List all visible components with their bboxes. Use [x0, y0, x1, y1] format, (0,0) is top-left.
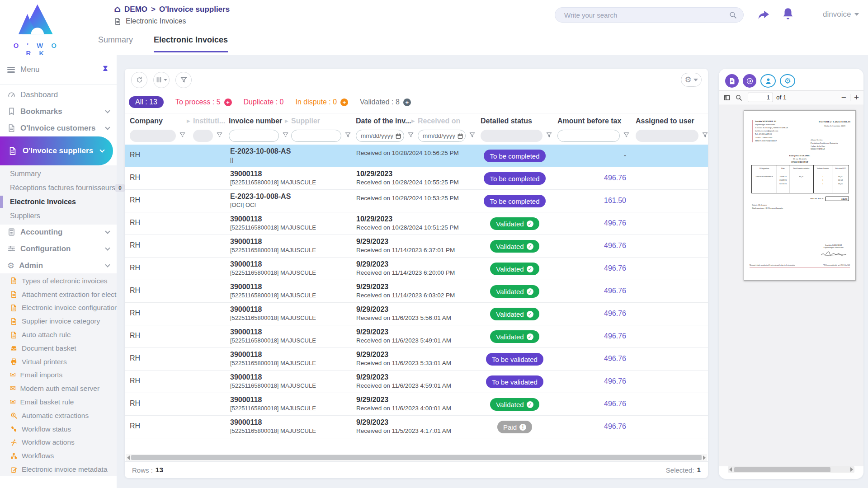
- table-row[interactable]: RH39000118[52251165800018] MAJUSCULE9/29…: [125, 393, 708, 416]
- page-number-input[interactable]: [748, 93, 773, 102]
- status-tab-to-process-5[interactable]: To process : 5+: [175, 98, 232, 106]
- column-header-date-of-the-inv[interactable]: Date of the inv...: [356, 117, 411, 125]
- funnel-icon[interactable]: [623, 131, 630, 138]
- zoom-out-button[interactable]: −: [841, 93, 846, 102]
- table-row[interactable]: RH39000118[52251165800018] MAJUSCULE9/29…: [125, 258, 708, 280]
- table-row[interactable]: RH39000118[52251165800018] MAJUSCULE9/29…: [125, 348, 708, 371]
- amount-link[interactable]: 496.76: [604, 355, 626, 362]
- sidebar-subitem-auto-attach-rule[interactable]: Auto attach rule: [0, 328, 117, 342]
- sidebar-subitem-electronic-invoice-configuration[interactable]: Electronic invoice configuration: [0, 301, 117, 315]
- filter-button[interactable]: [175, 72, 192, 88]
- zoom-in-button[interactable]: +: [854, 93, 859, 102]
- sort-arrow-icon[interactable]: ▶: [411, 118, 415, 123]
- funnel-icon[interactable]: [179, 131, 186, 138]
- funnel-icon[interactable]: [282, 131, 289, 138]
- amount-link[interactable]: 496.76: [604, 287, 626, 295]
- filter-assigned-to-user[interactable]: [636, 130, 698, 142]
- column-header-instituti[interactable]: Instituti...: [193, 117, 225, 125]
- viewer-horizontal-scrollbar[interactable]: [728, 466, 854, 473]
- sidebar-item-oinvoice-suppliers[interactable]: O'Invoice suppliers: [0, 136, 113, 165]
- status-tab-duplicate-0[interactable]: Duplicate : 0: [244, 98, 284, 106]
- table-settings-button[interactable]: ⚙: [681, 73, 702, 87]
- column-header-received-on[interactable]: Received on: [418, 117, 460, 125]
- filter-instituti[interactable]: [193, 130, 213, 142]
- column-header-assigned-to-user[interactable]: Assigned to user: [636, 117, 694, 125]
- sidebar-subitem-modern-auth-email-server[interactable]: ✉Modern auth email server: [0, 382, 117, 395]
- assign-user-button[interactable]: [760, 74, 776, 88]
- breadcrumb-section[interactable]: O'Invoice suppliers: [159, 5, 230, 14]
- column-header-amount-before-tax[interactable]: Amount before tax: [557, 117, 621, 125]
- funnel-icon[interactable]: [216, 131, 223, 138]
- sidebar-subitem-electronic-invoice-metadata[interactable]: Electronic invoice metadata: [0, 463, 117, 476]
- pdf-download-button[interactable]: [725, 74, 739, 88]
- funnel-icon[interactable]: [702, 131, 708, 138]
- amount-link[interactable]: 496.76: [604, 264, 626, 272]
- sidebar-subitem-automatic-extractions[interactable]: Automatic extractions: [0, 409, 117, 422]
- sidebar-item-o-invoice-customers[interactable]: O'Invoice customers: [0, 120, 117, 136]
- filter-invoice-number[interactable]: [229, 130, 279, 142]
- search-input[interactable]: [564, 11, 729, 19]
- amount-link[interactable]: 496.76: [604, 219, 626, 227]
- sidebar-subitem-types-of-electronic-invoices[interactable]: Types of electronic invoices: [0, 274, 117, 288]
- funnel-icon[interactable]: [407, 131, 414, 138]
- scroll-left-arrow[interactable]: [127, 455, 130, 460]
- sidebar-subitem-virtual-printers[interactable]: Virtual printers: [0, 355, 117, 369]
- sidebar-subitem-summary[interactable]: Summary: [0, 167, 117, 181]
- scroll-right-arrow[interactable]: [703, 455, 706, 460]
- search-icon[interactable]: [729, 11, 737, 19]
- hamburger-icon[interactable]: [7, 67, 15, 73]
- columns-button[interactable]: [153, 72, 170, 88]
- amount-link[interactable]: 496.76: [604, 332, 626, 340]
- table-row[interactable]: RH39000118[52251165800018] MAJUSCULE9/29…: [125, 303, 708, 325]
- sidebar-subitem-email-imports[interactable]: ✉Email imports: [0, 369, 117, 382]
- table-row[interactable]: RH39000118[52251165800018] MAJUSCULE10/2…: [125, 167, 708, 190]
- open-document-button[interactable]: [743, 74, 756, 88]
- sidebar-subitem-electronic-invoices[interactable]: Electronic Invoices: [0, 195, 117, 209]
- funnel-icon[interactable]: [344, 131, 351, 138]
- sort-arrow-icon[interactable]: ▶: [187, 118, 190, 123]
- sidebar-subitem-document-basket[interactable]: Document basket: [0, 342, 117, 355]
- sidebar-item-accounting[interactable]: Accounting: [0, 224, 117, 240]
- pdf-page-preview[interactable]: Laetitia WERNERT- EIPsychologue clinicie…: [744, 110, 856, 281]
- filter-supplier[interactable]: [291, 130, 341, 142]
- table-row[interactable]: RHE-2023-10-008-AS[OCI] OCIReceived on 1…: [125, 190, 708, 212]
- filter-date-date-of-the-inv[interactable]: mm/dd/yyyy: [356, 130, 404, 142]
- column-header-supplier[interactable]: Supplier: [291, 117, 320, 125]
- amount-link[interactable]: 496.76: [604, 400, 626, 408]
- sidebar-item-admin[interactable]: ⚙Admin: [0, 257, 117, 274]
- refresh-button[interactable]: [131, 72, 147, 88]
- sidebar-subitem-supplier-invoice-category[interactable]: Supplier invoice category: [0, 314, 117, 328]
- sidebar-item-bookmarks[interactable]: Bookmarks: [0, 103, 117, 120]
- home-icon[interactable]: ⌂: [114, 5, 121, 14]
- filter-company[interactable]: [130, 130, 176, 142]
- table-row[interactable]: RH39000118[52251165800018] MAJUSCULE9/29…: [125, 235, 708, 258]
- user-menu[interactable]: dinvoice: [823, 10, 859, 19]
- search-bar[interactable]: [555, 7, 744, 23]
- funnel-icon[interactable]: [546, 131, 552, 138]
- filter-amount-before-tax[interactable]: [557, 130, 620, 142]
- status-tab-all-13[interactable]: All : 13: [129, 96, 164, 108]
- amount-link[interactable]: 496.76: [604, 242, 626, 249]
- status-tab-in-dispute-0[interactable]: In dispute : 0+: [295, 98, 348, 106]
- table-row[interactable]: RH39000118[52251165800018] MAJUSCULE9/29…: [125, 280, 708, 303]
- sidebar-menu-header[interactable]: Menu: [0, 55, 117, 84]
- sidebar-item-configuration[interactable]: Configuration: [0, 240, 117, 257]
- sidebar-subitem-workflow-status[interactable]: Workflow status: [0, 422, 117, 436]
- amount-link[interactable]: 496.76: [604, 310, 626, 317]
- breadcrumb-home[interactable]: DEMO: [124, 5, 147, 14]
- amount-link[interactable]: 496.76: [604, 377, 626, 385]
- sidebar-item-dashboard[interactable]: Dashboard: [0, 86, 117, 103]
- scroll-right-arrow[interactable]: [850, 467, 853, 472]
- amount-link[interactable]: 161.50: [604, 197, 626, 204]
- scrollbar-thumb[interactable]: [734, 467, 830, 472]
- scroll-left-arrow[interactable]: [729, 467, 732, 472]
- sidebar-toggle-icon[interactable]: [723, 94, 731, 101]
- tab-summary[interactable]: Summary: [98, 35, 133, 52]
- table-row[interactable]: RH39000118[52251165800018] MAJUSCULE9/29…: [125, 371, 708, 393]
- sidebar-subitem-r-ceptions-factures-fournisseurs[interactable]: Réceptions factures fournisseurs0: [0, 181, 117, 195]
- horizontal-scrollbar[interactable]: [126, 454, 707, 461]
- sidebar-subitem-suppliers[interactable]: Suppliers: [0, 209, 117, 223]
- table-row[interactable]: RH39000118[52251165800018] MAJUSCULE10/2…: [125, 212, 708, 235]
- column-header-invoice-number[interactable]: Invoice number: [229, 117, 282, 125]
- funnel-icon[interactable]: [469, 131, 476, 138]
